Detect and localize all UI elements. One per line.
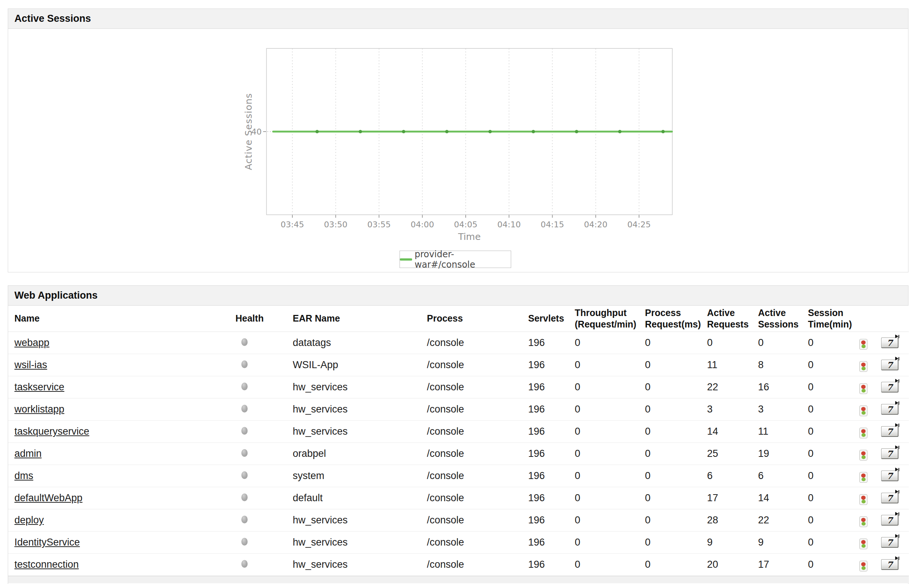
session-time-cell: 0 <box>808 553 857 576</box>
active-sessions-panel: Active Sessions 03:4503:5003:5504:0004:0… <box>8 8 909 272</box>
flag-icon <box>895 556 899 560</box>
status-light-icon[interactable] <box>859 516 868 527</box>
process-cell: /console <box>427 442 528 465</box>
red-light-icon <box>861 407 866 411</box>
history-chart-button[interactable]: 7 <box>881 382 899 393</box>
servlets-cell: 196 <box>528 465 575 487</box>
health-status-icon <box>241 405 248 412</box>
history-chart-button[interactable]: 7 <box>881 426 899 437</box>
app-name-link[interactable]: worklistapp <box>15 404 64 415</box>
health-status-icon <box>241 383 248 390</box>
history-button-cell: 7 <box>877 442 909 465</box>
status-light-icon[interactable] <box>859 383 868 394</box>
session-time-cell: 0 <box>808 420 857 442</box>
servlets-cell: 196 <box>528 509 575 531</box>
servlets-cell: 196 <box>528 442 575 465</box>
history-button-cell: 7 <box>877 420 909 442</box>
app-name-link[interactable]: taskqueryservice <box>15 426 89 437</box>
ear-name-cell: WSIL-App <box>293 354 427 376</box>
health-cell <box>236 553 293 576</box>
session-time-cell: 0 <box>808 398 857 420</box>
history-chart-button[interactable]: 7 <box>881 337 899 348</box>
green-light-icon <box>861 455 866 459</box>
servlets-cell: 196 <box>528 376 575 398</box>
app-name-link[interactable]: taskservice <box>15 381 64 393</box>
history-button-label: 7 <box>887 360 893 370</box>
active-requests-cell: 17 <box>707 487 758 509</box>
history-button-label: 7 <box>887 538 893 548</box>
status-light-icon[interactable] <box>859 361 868 372</box>
svg-text:04:25: 04:25 <box>627 220 650 229</box>
green-light-icon <box>861 544 866 548</box>
table-row: dms system /console 196 0 0 6 6 0 7 <box>8 465 909 487</box>
status-light-icon[interactable] <box>859 406 868 416</box>
app-name-link[interactable]: admin <box>15 448 42 459</box>
web-applications-title: Web Applications <box>15 290 97 301</box>
status-light-icon[interactable] <box>859 539 868 549</box>
table-row: admin orabpel /console 196 0 0 25 19 0 7 <box>8 442 909 465</box>
process-request-cell: 0 <box>645 553 707 576</box>
app-name-link[interactable]: dms <box>15 470 33 481</box>
history-chart-button[interactable]: 7 <box>881 448 899 459</box>
svg-text:03:50: 03:50 <box>324 220 347 229</box>
throughput-cell: 0 <box>575 553 645 576</box>
name-cell: dms <box>8 465 236 487</box>
status-light-icon[interactable] <box>859 339 868 350</box>
active-sessions-panel-header: Active Sessions <box>8 9 908 29</box>
history-chart-button[interactable]: 7 <box>881 559 899 570</box>
status-light-icon[interactable] <box>859 472 868 483</box>
history-button-cell: 7 <box>877 553 909 576</box>
history-chart-button[interactable]: 7 <box>881 404 899 415</box>
status-light-icon[interactable] <box>859 428 868 438</box>
process-cell: /console <box>427 487 528 509</box>
column-header-throughput: Throughput(Request/min) <box>575 306 645 332</box>
app-name-link[interactable]: deploy <box>15 515 44 526</box>
svg-text:04:20: 04:20 <box>584 220 607 229</box>
active-sessions-cell: 9 <box>758 531 808 553</box>
app-name-link[interactable]: IdentityService <box>15 537 80 548</box>
column-header-name: Name <box>8 306 236 332</box>
column-header-ear_name: EAR Name <box>293 306 427 332</box>
app-name-link[interactable]: testconnection <box>15 559 79 570</box>
health-status-icon <box>241 427 248 435</box>
svg-text:04:05: 04:05 <box>454 220 477 229</box>
column-header-active_sessions: ActiveSessions <box>758 306 808 332</box>
web-applications-panel-header: Web Applications <box>8 286 908 306</box>
servlets-cell: 196 <box>528 354 575 376</box>
session-time-cell: 0 <box>808 509 857 531</box>
table-row: webapp datatags /console 196 0 0 0 0 0 7 <box>8 332 909 354</box>
process-request-cell: 0 <box>645 354 707 376</box>
ear-name-cell: hw_services <box>293 398 427 420</box>
history-chart-button[interactable]: 7 <box>881 470 899 481</box>
history-chart-button[interactable]: 7 <box>881 515 899 526</box>
red-light-icon <box>861 496 866 500</box>
history-chart-button[interactable]: 7 <box>881 493 899 503</box>
app-name-link[interactable]: wsil-ias <box>15 359 47 370</box>
legend-series-label: provider-war#/console <box>415 249 511 270</box>
app-name-link[interactable]: defaultWebApp <box>15 492 82 503</box>
health-cell <box>236 531 293 553</box>
active-sessions-cell: 8 <box>758 354 808 376</box>
status-light-icon[interactable] <box>859 450 868 460</box>
throughput-cell: 0 <box>575 332 645 354</box>
status-light-icon[interactable] <box>859 561 868 571</box>
history-chart-button[interactable]: 7 <box>881 360 899 370</box>
flag-icon <box>895 445 899 449</box>
app-name-link[interactable]: webapp <box>15 337 50 348</box>
health-cell <box>236 420 293 442</box>
history-button-label: 7 <box>887 471 893 481</box>
active-requests-cell: 25 <box>707 442 758 465</box>
green-light-icon <box>861 389 866 393</box>
history-button-label: 7 <box>887 515 893 525</box>
servlets-cell: 196 <box>528 420 575 442</box>
ear-name-cell: hw_services <box>293 376 427 398</box>
monitoring-page: { "colors": { "line_green": "#6cc05a", "… <box>0 0 924 584</box>
web-applications-panel: Web Applications NameHealthEAR NameProce… <box>8 285 909 584</box>
active-requests-cell: 11 <box>707 354 758 376</box>
status-light-icon[interactable] <box>859 494 868 505</box>
history-chart-button[interactable]: 7 <box>881 537 899 548</box>
green-light-icon <box>861 345 866 348</box>
active-sessions-cell: 0 <box>758 332 808 354</box>
health-status-icon <box>241 360 248 368</box>
health-cell <box>236 465 293 487</box>
